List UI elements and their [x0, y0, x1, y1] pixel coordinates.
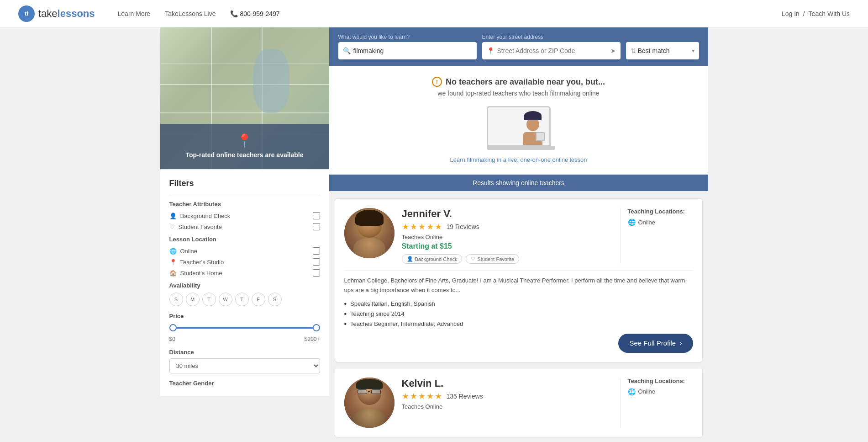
distance-select[interactable]: 30 miles 5 miles 10 miles 50 miles [169, 358, 320, 373]
main-nav: Learn More TakeLessons Live 📞 800-959-24… [118, 10, 782, 17]
logo-area[interactable]: tl takelessons [18, 5, 95, 22]
kelvin-locations-title: Teaching Locations: [628, 378, 693, 384]
login-link[interactable]: Log In [782, 10, 800, 17]
kelvin-reviews: 135 Reviews [447, 393, 483, 400]
search-input-container: 🔍 [338, 42, 477, 59]
jennifer-rating-row: ★★★★★ 19 Reviews [402, 222, 613, 232]
day-btn-thu[interactable]: T [235, 293, 249, 306]
home-icon: 🏠 [169, 270, 177, 277]
badge-heart-icon: ♡ [471, 256, 475, 262]
kelvin-stars: ★★★★★ [402, 391, 443, 401]
teachers-studio-label: 📍 Teacher's Studio [169, 259, 224, 266]
logo-text: takelessons [38, 8, 95, 20]
address-field: Enter your street address 📍 ➤ [482, 34, 621, 59]
btn-arrow-icon: › [679, 339, 682, 347]
student-favorite-checkbox[interactable] [313, 223, 320, 230]
phone-icon: 📞 [230, 10, 238, 17]
card-top-kelvin: Kelvin L. ★★★★★ 135 Reviews Teaches Onli… [344, 378, 693, 428]
sort-container: ⇅ Best match Price: Low to High Price: H… [626, 42, 699, 59]
jennifer-description: Lehman College, Bachelors of Fine Arts, … [344, 270, 693, 295]
jennifer-price: Starting at $15 [402, 242, 613, 250]
day-btn-sat[interactable]: S [268, 293, 282, 306]
sort-arrows-icon: ⇅ [631, 47, 636, 54]
gps-icon[interactable]: ➤ [610, 47, 616, 54]
badge-check-icon: 👤 [407, 256, 413, 262]
nav-phone: 📞 800-959-2497 [230, 10, 279, 17]
kelvin-info: Kelvin L. ★★★★★ 135 Reviews Teaches Onli… [402, 378, 613, 428]
globe-icon: 🌐 [169, 248, 177, 255]
filter-row-student-home: 🏠 Student's Home [169, 269, 320, 277]
notice-title: No teachers are available near you, but.… [446, 77, 605, 87]
availability-days: S M T W T F S [169, 293, 320, 306]
site-header: tl takelessons Learn More TakeLessons Li… [0, 0, 868, 27]
search-icon: 🔍 [343, 47, 351, 54]
student-favorite-label: ♡ Student Favorite [169, 224, 222, 230]
day-btn-sun[interactable]: S [169, 293, 183, 306]
detail-teaches-levels: • Teaches Beginner, Intermediate, Advanc… [344, 320, 693, 328]
main-layout: 📍 Top-rated online teachers are availabl… [160, 27, 708, 442]
detail-speaks: • Speaks Italian, English, Spanish [344, 300, 693, 308]
filter-row-teacher-studio: 📍 Teacher's Studio [169, 258, 320, 266]
kelvin-location-online: 🌐 Online [628, 388, 693, 395]
filter-row-background: 👤 Background Check [169, 212, 320, 219]
nav-learn-more[interactable]: Learn More [118, 10, 151, 17]
teacher-cards-list: Jennifer V. ★★★★★ 19 Reviews Teaches Onl… [329, 191, 708, 442]
filter-section-price: Price $0 $200+ [169, 313, 320, 342]
badge-student-favorite: ♡ Student Favorite [466, 254, 519, 264]
teacher-card-jennifer: Jennifer V. ★★★★★ 19 Reviews Teaches Onl… [335, 198, 703, 362]
map-overlay-text: Top-rated online teachers are available [169, 151, 320, 160]
teach-link[interactable]: Teach With Us [809, 10, 850, 17]
teacher-attributes-label: Teacher Attributes [169, 201, 320, 208]
day-btn-fri[interactable]: F [252, 293, 265, 306]
jennifer-details: • Speaks Italian, English, Spanish • Tea… [344, 300, 693, 328]
bullet-1: • [344, 300, 347, 308]
nav-live[interactable]: TakeLessons Live [165, 10, 216, 17]
filter-section-distance: Distance 30 miles 5 miles 10 miles 50 mi… [169, 349, 320, 373]
jennifer-avatar-img [344, 208, 395, 258]
search-subject-label: What would you like to learn? [338, 34, 477, 40]
price-min: $0 [169, 336, 175, 342]
background-check-checkbox[interactable] [313, 212, 320, 219]
student-home-checkbox[interactable] [313, 269, 320, 277]
address-input[interactable] [497, 47, 610, 54]
teacher-gender-label: Teacher Gender [169, 380, 320, 387]
card-bottom-jennifer: See Full Profile › [344, 334, 693, 353]
sort-select[interactable]: Best match Price: Low to High Price: Hig… [638, 47, 692, 54]
badge-background-check: 👤 Background Check [402, 254, 463, 264]
see-profile-button-jennifer[interactable]: See Full Profile › [618, 334, 693, 353]
no-teachers-notice: ! No teachers are available near you, bu… [329, 66, 708, 175]
jennifer-name: Jennifer V. [402, 208, 613, 220]
lesson-location-label: Lesson Location [169, 236, 320, 243]
logo-icon: tl [18, 5, 35, 22]
filter-section-availability: Availability S M T W T F S [169, 282, 320, 306]
day-btn-mon[interactable]: M [186, 293, 200, 306]
price-handle-right[interactable] [313, 324, 320, 331]
availability-label: Availability [169, 282, 320, 289]
price-handle-left[interactable] [169, 324, 177, 331]
laptop-illustration [487, 106, 551, 150]
laptop-screen [487, 106, 551, 146]
filters-title: Filters [169, 179, 320, 188]
price-slider-container [169, 324, 320, 331]
kelvin-teaches-online: Teaches Online [402, 403, 613, 410]
day-btn-tue[interactable]: T [202, 293, 216, 306]
card-top-jennifer: Jennifer V. ★★★★★ 19 Reviews Teaches Onl… [344, 208, 693, 264]
teacher-card-kelvin: Kelvin L. ★★★★★ 135 Reviews Teaches Onli… [335, 368, 703, 437]
background-check-label: 👤 Background Check [169, 213, 231, 219]
teacher-studio-checkbox[interactable] [313, 258, 320, 266]
nav-auth: Log In / Teach With Us [782, 10, 850, 17]
kelvin-avatar [344, 378, 395, 428]
online-checkbox[interactable] [313, 247, 320, 255]
auth-separator: / [803, 10, 805, 17]
location-pin-icon: 📍 [169, 259, 177, 266]
sort-field: Sort ⇅ Best match Price: Low to High Pri… [626, 34, 699, 59]
person-icon: 👤 [169, 213, 177, 219]
distance-label: Distance [169, 349, 320, 356]
jennifer-reviews: 19 Reviews [447, 223, 479, 230]
search-input[interactable] [353, 47, 472, 54]
search-subject-field: What would you like to learn? 🔍 [338, 34, 477, 59]
online-lesson-text: Learn filmmaking in a live, one-on-one o… [340, 156, 697, 163]
filters-panel: Filters Teacher Attributes 👤 Background … [160, 169, 329, 396]
day-btn-wed[interactable]: W [219, 293, 232, 306]
filter-section-location: Lesson Location 🌐 Online 📍 Teacher's Stu… [169, 236, 320, 277]
